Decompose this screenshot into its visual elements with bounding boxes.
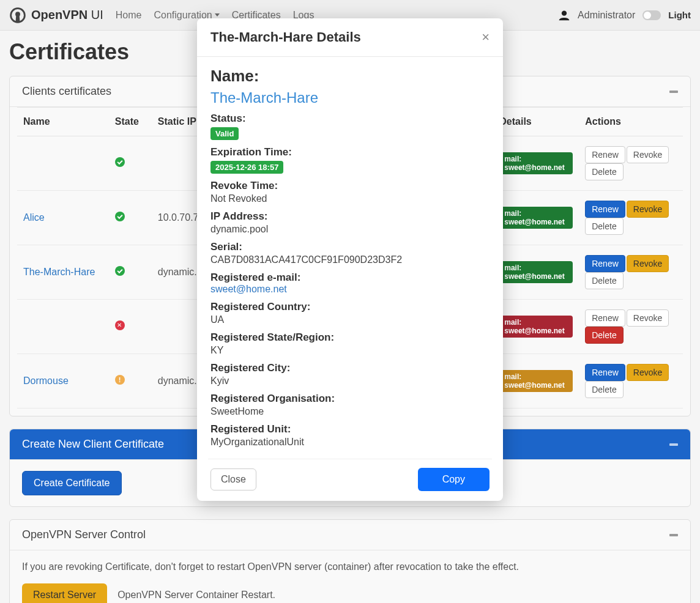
field-label: Registered Unit: <box>210 423 490 435</box>
modal-body: Name: The-March-Hare Status:ValidExpirat… <box>197 57 503 501</box>
field-label: Status: <box>210 113 490 125</box>
field-label: Serial: <box>210 241 490 253</box>
modal-name-value[interactable]: The-March-Hare <box>210 89 490 106</box>
field-label: Registered Organisation: <box>210 393 490 405</box>
field-label: Expiration Time: <box>210 146 490 158</box>
field-label: IP Address: <box>210 210 490 223</box>
field-label: Registered e-mail: <box>210 272 490 284</box>
modal-header: The-March-Hare Details × <box>197 18 503 57</box>
certificate-details-modal: The-March-Hare Details × Name: The-March… <box>197 18 503 501</box>
close-icon[interactable]: × <box>482 31 490 44</box>
field-label: Registered State/Region: <box>210 331 490 344</box>
modal-backdrop: The-March-Hare Details × Name: The-March… <box>0 0 700 603</box>
modal-title: The-March-Hare Details <box>210 29 361 45</box>
field-link[interactable]: sweet@home.net <box>210 284 287 294</box>
modal-copy-button[interactable]: Copy <box>418 468 490 491</box>
field-value: MyOrganizationalUnit <box>210 437 490 448</box>
field-label: Revoke Time: <box>210 180 490 192</box>
field-value: KY <box>210 345 490 356</box>
field-badge: Valid <box>210 127 239 140</box>
modal-close-button[interactable]: Close <box>210 468 256 490</box>
field-value: SweetHome <box>210 406 490 417</box>
field-value: dynamic.pool <box>210 224 490 235</box>
field-label: Registered City: <box>210 362 490 374</box>
modal-name-label: Name: <box>210 67 490 86</box>
field-badge: 2025-12-26 18:57 <box>210 161 283 174</box>
field-value: Kyiv <box>210 375 490 387</box>
field-value: UA <box>210 314 490 325</box>
divider <box>208 459 492 459</box>
field-value: Not Revoked <box>210 193 490 204</box>
field-value: CAB7D0831ACA417C0CF91F090D23D3F2 <box>210 254 490 265</box>
field-label: Registered Country: <box>210 301 490 313</box>
